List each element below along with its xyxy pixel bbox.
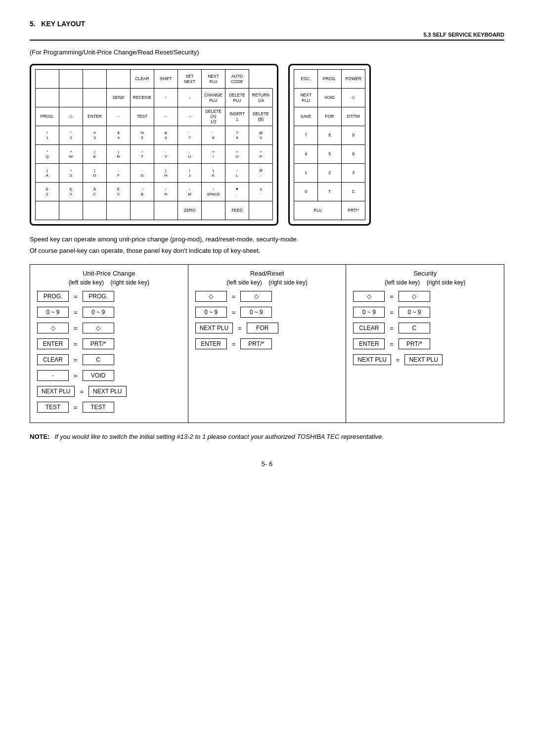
unit-price-left-4: ENTER <box>37 338 69 349</box>
security-title: Security <box>353 270 497 277</box>
key-prt-side: PRT/* <box>342 201 365 220</box>
key-empty <box>59 89 83 107</box>
key-power: POWER <box>342 70 365 89</box>
read-reset-left-2: 0 ~ 9 <box>195 307 227 318</box>
key-return: RETURN1/4 <box>249 89 273 107</box>
key-y: :Y <box>154 145 178 164</box>
key-9: ?9 <box>225 126 249 145</box>
mapping-section: Unit-Price Change (left side key) (right… <box>30 264 504 423</box>
key-t: /T <box>131 145 154 164</box>
read-reset-right-2: 0 ~ 9 <box>240 307 272 318</box>
key-dot: ∧· <box>249 183 273 201</box>
key-m: ↓M <box>178 183 202 201</box>
key-7-side: 7 <box>294 126 318 145</box>
key-empty <box>36 89 59 107</box>
key-r: )R <box>107 145 131 164</box>
side-keyboard-table: ESC. PROG. POWER NEXTPLU VOID ◇ SAVE FOR… <box>294 69 365 220</box>
read-reset-right-3: FOR <box>247 323 278 333</box>
security-left-4: ENTER <box>353 338 385 349</box>
unit-price-left-3: ◇ <box>37 323 69 333</box>
rr-eq-2: = <box>232 309 236 316</box>
page-number: 5- 6 <box>30 460 504 468</box>
read-reset-left-4: ENTER <box>195 338 227 349</box>
key-a: [A <box>36 164 59 183</box>
key-6: &6 <box>154 126 178 145</box>
key-minus: - <box>107 107 131 126</box>
note-label: NOTE: <box>30 433 49 440</box>
unit-price-col: Unit-Price Change (left side key) (right… <box>30 265 188 423</box>
key-empty <box>36 70 59 89</box>
unit-price-left-8: TEST <box>37 402 69 413</box>
unit-price-left-6: - <box>37 370 69 381</box>
key-prog: PROG. <box>36 107 59 126</box>
security-col: Security (left side key) (right side key… <box>346 265 504 423</box>
read-reset-subtitle: (left side key) (right side key) <box>195 279 339 286</box>
unit-price-row-7: NEXT PLU = NEXT PLU <box>37 386 181 397</box>
unit-price-right-5: C <box>83 354 114 365</box>
unit-price-left-7: NEXT PLU <box>37 386 75 397</box>
key-send: SEND <box>107 89 131 107</box>
key-z: ĖZ <box>36 183 59 201</box>
side-keyboard: ESC. PROG. POWER NEXTPLU VOID ◇ SAVE FOR… <box>288 64 371 226</box>
section-number: 5. <box>30 20 36 28</box>
key-receive: RECEIVE <box>131 89 154 107</box>
key-prog-side: PROG. <box>318 70 342 89</box>
key-empty <box>83 201 107 220</box>
read-reset-right-1: ◇ <box>240 291 272 302</box>
key-e: (E <box>83 145 107 164</box>
key-empty <box>36 201 59 220</box>
key-save: SAVE <box>294 107 318 126</box>
unit-price-right-2: 0 ~ 9 <box>83 307 114 318</box>
unit-price-right-3: ◇ <box>83 323 114 333</box>
main-keyboard: CLEAR SHIFT SETNEXT NEXTPLU AUTOCODE SEN… <box>30 64 278 226</box>
key-delete-b: DELETE(B) <box>249 107 273 126</box>
read-reset-row-4: ENTER = PRT/* <box>195 338 339 349</box>
rr-eq-1: = <box>232 293 236 300</box>
unit-price-left-1: PROG. <box>37 291 69 302</box>
kb-row-2: SEND RECEIVE ↑ ↓ CHANGEPLU DELETEPLU RET… <box>36 89 273 107</box>
security-right-5: NEXT PLU <box>404 354 442 365</box>
key-7: ·7 <box>178 126 202 145</box>
key-f: -F <box>107 164 131 183</box>
eq-7: = <box>80 388 84 395</box>
unit-price-right-4: PRT/* <box>83 338 114 349</box>
read-reset-subtitle-left: (left side key) <box>226 279 262 286</box>
unit-price-right-6: VOID <box>83 370 114 381</box>
key-test: TEST <box>131 107 154 126</box>
security-right-1: ◇ <box>399 291 430 302</box>
key-x: ĘX <box>59 183 83 201</box>
eq-1: = <box>74 293 78 300</box>
main-keyboard-table: CLEAR SHIFT SETNEXT NEXTPLU AUTOCODE SEN… <box>35 69 273 220</box>
side-kb-row-3: SAVE FOR DT/TM <box>294 107 365 126</box>
security-row-2: 0 ~ 9 = 0 ~ 9 <box>353 307 497 318</box>
unit-price-left-5: CLEAR <box>37 354 69 365</box>
key-empty <box>202 201 225 220</box>
key-set-next: SETNEXT <box>178 70 202 89</box>
key-k: }K <box>202 164 225 183</box>
key-0-side: 0 <box>294 183 318 201</box>
unit-price-row-5: CLEAR = C <box>37 354 181 365</box>
key-empty <box>154 201 178 220</box>
intro-text: (For Programming/Unit-Price Change/Read … <box>30 48 504 56</box>
key-u: ;U <box>178 145 202 164</box>
security-subtitle-left: (left side key) <box>385 279 420 286</box>
side-kb-row-5: 4 5 6 <box>294 145 365 164</box>
key-left: ← <box>154 107 178 126</box>
kb-row-8: ZERO FEED <box>36 201 273 220</box>
key-diamond-side: ◇ <box>342 89 365 107</box>
unit-price-left-2: 0 ~ 9 <box>37 307 69 318</box>
eq-5: = <box>74 356 78 364</box>
key-up: ↑ <box>154 89 178 107</box>
eq-4: = <box>74 340 78 348</box>
note-text-content: If you would like to switch the initial … <box>54 433 384 440</box>
security-left-1: ◇ <box>353 291 385 302</box>
security-left-3: CLEAR <box>353 323 385 333</box>
key-empty <box>249 201 273 220</box>
side-kb-row-6: 1 2 3 <box>294 164 365 183</box>
subsection-title: 5.3 SELF SERVICE KEYBOARD <box>423 32 504 38</box>
key-zero: ZERO <box>178 201 202 220</box>
note-section: NOTE: If you would like to switch the in… <box>30 433 504 440</box>
unit-price-row-8: TEST = TEST <box>37 402 181 413</box>
key-d: ]D <box>83 164 107 183</box>
key-comma: ▼, <box>225 183 249 201</box>
